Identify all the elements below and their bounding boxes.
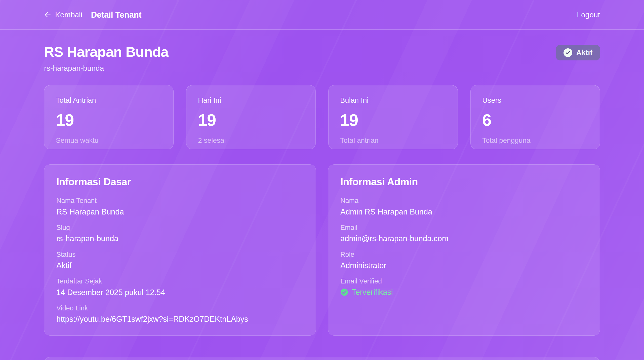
field-terdaftar-sejak: Terdaftar Sejak 14 Desember 2025 pukul 1… [56,277,304,297]
page-title: Detail Tenant [91,10,141,20]
field-value: 14 Desember 2025 pukul 12.54 [56,288,304,297]
stat-card-hari-ini: Hari Ini 19 2 selesai [186,85,316,149]
stat-value: 19 [198,112,304,129]
field-role: Role Administrator [340,250,588,270]
field-label: Email [340,224,588,232]
stat-label: Bulan Ini [340,96,446,104]
back-link-label: Kembali [55,11,82,19]
tenant-header-section: RS Harapan Bunda rs-harapan-bunda Aktif [44,44,600,73]
field-video-link: Video Link https://youtu.be/6GT1swf2jxw?… [56,304,304,324]
stat-label: Total Antrian [56,96,162,104]
layanan-section: Layanan (5) [44,357,600,360]
stat-value: 19 [340,112,446,129]
info-card-dasar: Informasi Dasar Nama Tenant RS Harapan B… [44,164,316,336]
top-bar-left: Kembali Detail Tenant [44,10,141,20]
tenant-slug: rs-harapan-bunda [44,64,168,73]
stat-value: 6 [482,112,588,129]
stat-card-users: Users 6 Total pengguna [470,85,600,149]
field-email-verified: Email Verified Terverifikasi [340,277,588,297]
field-label: Nama [340,197,588,205]
stat-sublabel: 2 selesai [198,137,304,145]
stat-card-total-antrian: Total Antrian 19 Semua waktu [44,85,174,149]
field-label: Role [340,250,588,259]
info-admin-title: Informasi Admin [340,176,588,188]
field-label: Slug [56,224,304,232]
field-label: Nama Tenant [56,197,304,205]
field-value: Administrator [340,261,588,270]
field-email: Email admin@rs-harapan-bunda.com [340,224,588,243]
field-label: Email Verified [340,277,588,285]
tenant-name: RS Harapan Bunda [44,44,168,60]
field-label: Terdaftar Sejak [56,277,304,285]
field-value: Aktif [56,261,304,270]
top-bar: Kembali Detail Tenant Logout [0,0,644,30]
field-status: Status Aktif [56,250,304,270]
field-nama-tenant: Nama Tenant RS Harapan Bunda [56,197,304,217]
stat-sublabel: Total pengguna [482,137,588,145]
field-nama: Nama Admin RS Harapan Bunda [340,197,588,217]
stats-section: Total Antrian 19 Semua waktu Hari Ini 19… [44,85,600,149]
status-badge: Aktif [556,45,600,60]
status-badge-label: Aktif [576,49,592,57]
stat-label: Users [482,96,588,104]
field-label: Status [56,250,304,259]
info-section: Informasi Dasar Nama Tenant RS Harapan B… [44,164,600,336]
field-value: admin@rs-harapan-bunda.com [340,234,588,243]
field-value: rs-harapan-bunda [56,234,304,243]
verified-status-text: Terverifikasi [352,288,393,297]
stat-card-bulan-ini: Bulan Ini 19 Total antrian [328,85,458,149]
check-circle-icon [564,48,572,57]
stat-sublabel: Semua waktu [56,137,162,145]
info-dasar-title: Informasi Dasar [56,176,304,188]
verified-check-icon [340,288,348,296]
back-link[interactable]: Kembali [44,11,82,19]
field-value: Admin RS Harapan Bunda [340,207,588,217]
field-slug: Slug rs-harapan-bunda [56,224,304,243]
field-label: Video Link [56,304,304,312]
logout-button[interactable]: Logout [577,11,600,19]
stat-label: Hari Ini [198,96,304,104]
stat-sublabel: Total antrian [340,137,446,145]
info-card-admin: Informasi Admin Nama Admin RS Harapan Bu… [328,164,600,336]
back-arrow-icon [44,11,52,19]
field-value: RS Harapan Bunda [56,207,304,217]
video-link-value: https://youtu.be/6GT1swf2jxw?si=RDKzO7DE… [56,314,304,324]
stat-value: 19 [56,112,162,129]
